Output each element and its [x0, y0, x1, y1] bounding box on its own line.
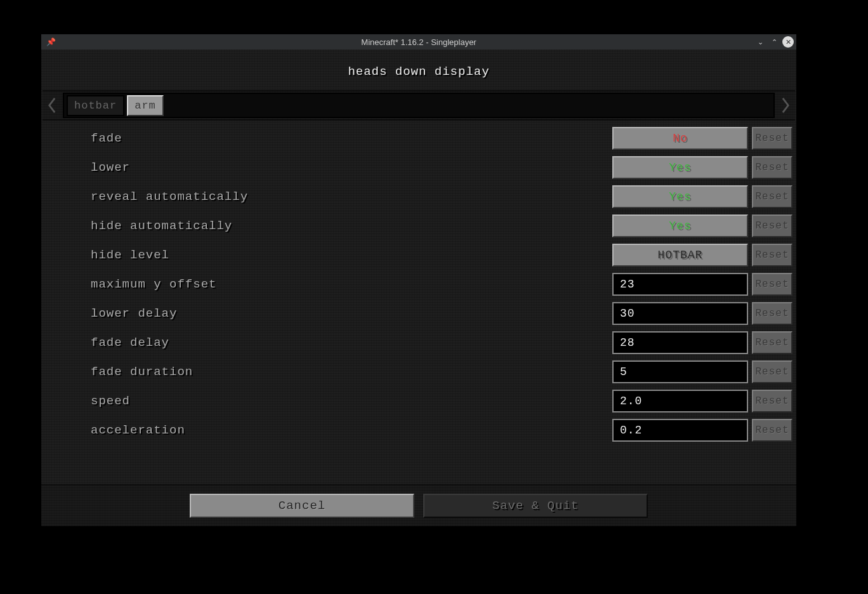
setting-label: fade	[91, 131, 612, 145]
setting-label: maximum y offset	[91, 277, 612, 291]
window-title: Minecraft* 1.16.2 - Singleplayer	[361, 37, 476, 47]
setting-label: fade duration	[91, 365, 612, 379]
setting-input[interactable]	[612, 302, 748, 325]
setting-toggle[interactable]: No	[612, 127, 748, 150]
reset-button[interactable]: Reset	[752, 419, 792, 442]
tab-container: hotbar arm	[63, 93, 775, 118]
reset-button[interactable]: Reset	[752, 390, 792, 412]
setting-row: speedReset	[41, 386, 796, 416]
app-window: 📌 Minecraft* 1.16.2 - Singleplayer ⌄ ⌃ ✕…	[41, 34, 796, 526]
setting-input[interactable]	[612, 360, 748, 383]
setting-row: maximum y offsetReset	[41, 270, 796, 299]
setting-input[interactable]	[612, 331, 748, 354]
setting-label: acceleration	[91, 423, 612, 437]
setting-row: accelerationReset	[41, 416, 796, 445]
setting-input[interactable]	[612, 390, 748, 412]
setting-row: lowerYesReset	[41, 153, 796, 182]
pin-icon[interactable]: 📌	[46, 37, 56, 46]
setting-row: fade durationReset	[41, 357, 796, 386]
setting-label: hide automatically	[91, 219, 612, 233]
setting-row: fadeNoReset	[41, 124, 796, 153]
setting-label: lower	[91, 161, 612, 175]
tab-arm[interactable]: arm	[127, 95, 164, 116]
setting-toggle[interactable]: Yes	[612, 185, 748, 208]
setting-label: fade delay	[91, 336, 612, 350]
reset-button[interactable]: Reset	[752, 244, 792, 267]
setting-toggle[interactable]: Yes	[612, 214, 748, 237]
settings-list: fadeNoResetlowerYesResetreveal automatic…	[41, 124, 796, 448]
tab-scroll-right[interactable]	[776, 90, 795, 121]
setting-input[interactable]	[612, 419, 748, 442]
setting-row: hide levelHOTBARReset	[41, 241, 796, 270]
close-icon[interactable]: ✕	[782, 36, 794, 48]
reset-button[interactable]: Reset	[752, 127, 792, 150]
page-title: heads down display	[41, 50, 796, 90]
titlebar-controls: ⌄ ⌃ ✕	[754, 36, 794, 48]
setting-label: speed	[91, 394, 612, 408]
setting-row: fade delayReset	[41, 328, 796, 357]
chevron-left-icon	[48, 96, 56, 114]
reset-button[interactable]: Reset	[752, 331, 792, 354]
reset-button[interactable]: Reset	[752, 273, 792, 296]
setting-row: reveal automaticallyYesReset	[41, 182, 796, 211]
titlebar[interactable]: 📌 Minecraft* 1.16.2 - Singleplayer ⌄ ⌃ ✕	[41, 34, 796, 50]
setting-toggle[interactable]: Yes	[612, 156, 748, 179]
tab-hotbar[interactable]: hotbar	[67, 95, 124, 116]
setting-label: reveal automatically	[91, 190, 612, 204]
tab-strip: hotbar arm	[43, 90, 795, 121]
setting-label: hide level	[91, 248, 612, 262]
reset-button[interactable]: Reset	[752, 185, 792, 208]
chevron-right-icon	[781, 96, 790, 114]
tab-scroll-left[interactable]	[43, 90, 62, 121]
maximize-icon[interactable]: ⌃	[768, 36, 780, 48]
setting-row: hide automaticallyYesReset	[41, 211, 796, 241]
minimize-icon[interactable]: ⌄	[754, 36, 766, 48]
reset-button[interactable]: Reset	[752, 360, 792, 383]
cancel-button[interactable]: Cancel	[190, 494, 414, 518]
setting-toggle[interactable]: HOTBAR	[612, 244, 748, 267]
footer: Cancel Save & Quit	[41, 484, 796, 526]
setting-row: lower delayReset	[41, 299, 796, 328]
reset-button[interactable]: Reset	[752, 214, 792, 237]
reset-button[interactable]: Reset	[752, 302, 792, 325]
setting-label: lower delay	[91, 307, 612, 320]
game-area: heads down display hotbar arm fadeNoRese…	[41, 50, 796, 526]
reset-button[interactable]: Reset	[752, 156, 792, 179]
setting-input[interactable]	[612, 273, 748, 296]
save-quit-button[interactable]: Save & Quit	[423, 494, 648, 518]
